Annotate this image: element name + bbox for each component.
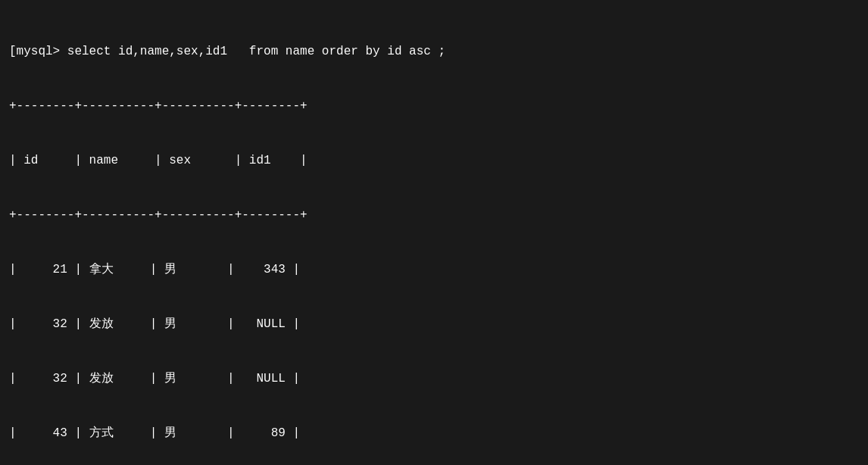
command-line-1: [mysql> select id,name,sex,id1 from name…	[9, 42, 859, 61]
table-row-1-1: | 21 | 拿大 | 男 | 343 |	[9, 261, 859, 279]
table-border-mid-1: +--------+----------+----------+--------…	[9, 206, 859, 224]
table-row-1-4: | 43 | 方式 | 男 | 89 |	[9, 424, 859, 442]
table-border-top-1: +--------+----------+----------+--------…	[9, 97, 859, 115]
table-row-1-3: | 32 | 发放 | 男 | NULL |	[9, 370, 859, 388]
terminal-window[interactable]: [mysql> select id,name,sex,id1 from name…	[0, 0, 868, 465]
table-row-1-2: | 32 | 发放 | 男 | NULL |	[9, 315, 859, 333]
table-header-1: | id | name | sex | id1 |	[9, 151, 859, 170]
